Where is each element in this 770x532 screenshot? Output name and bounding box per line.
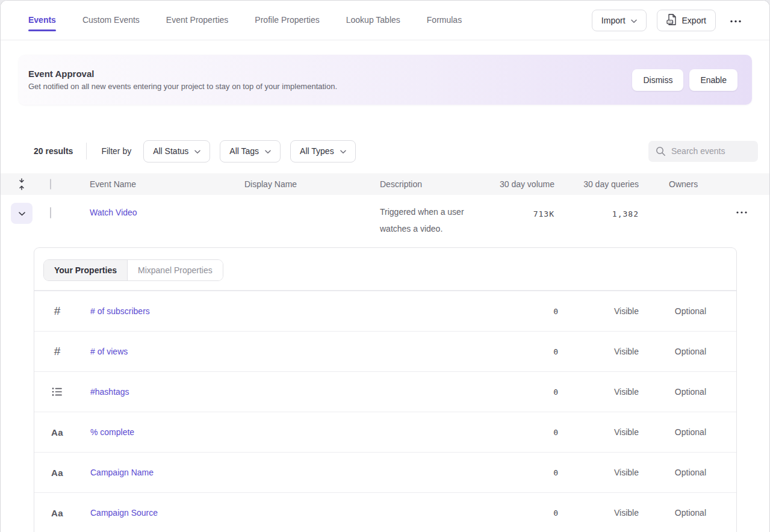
ellipsis-icon <box>736 206 747 215</box>
tab-label: Events <box>28 15 56 25</box>
text-type-icon: Aa <box>51 508 63 518</box>
display-name-cell <box>244 195 380 207</box>
property-visibility: Visible <box>559 427 639 437</box>
tab-mixpanel-properties[interactable]: Mixpanel Properties <box>128 260 223 280</box>
banner-actions: Dismiss Enable <box>632 69 737 91</box>
tab-your-properties[interactable]: Your Properties <box>44 260 128 280</box>
property-name-link[interactable]: # of views <box>90 347 529 356</box>
property-value: 0 <box>529 347 559 356</box>
active-tab-underline <box>28 29 56 31</box>
table-header-row: Event Name Display Name Description 30 d… <box>1 173 769 195</box>
chevron-down-icon <box>340 146 346 156</box>
panel-tabs-area: Your Properties Mixpanel Properties <box>34 248 736 291</box>
column-header-description: Description <box>380 179 494 189</box>
property-row: Aa Campaign Name 0 Visible Optional <box>34 452 736 492</box>
divider <box>86 143 87 159</box>
property-requirement: Optional <box>639 387 706 397</box>
number-type-icon: # <box>51 305 63 318</box>
types-filter-label: All Types <box>300 146 334 156</box>
property-row: #hashtags 0 Visible Optional <box>34 371 736 412</box>
chevron-down-icon <box>631 16 637 25</box>
property-row: # # of views 0 Visible Optional <box>34 331 736 371</box>
column-header-owners: Owners <box>639 179 729 189</box>
status-filter-dropdown[interactable]: All Status <box>143 140 210 162</box>
export-button-label: Export <box>682 16 706 25</box>
property-name-link[interactable]: Campaign Source <box>90 508 529 518</box>
svg-text:csv: csv <box>668 20 672 23</box>
tags-filter-label: All Tags <box>229 146 259 156</box>
banner-description: Get notified on all new events entering … <box>28 82 632 91</box>
property-value: 0 <box>529 509 559 518</box>
filter-by-label: Filter by <box>101 146 131 156</box>
row-more-options-button[interactable] <box>733 204 751 218</box>
tab-formulas[interactable]: Formulas <box>427 1 462 25</box>
property-requirement: Optional <box>639 347 706 356</box>
tab-label: Lookup Tables <box>346 15 400 25</box>
types-filter-dropdown[interactable]: All Types <box>290 140 356 162</box>
property-value: 0 <box>529 307 559 316</box>
top-navigation: Events Custom Events Event Properties Pr… <box>1 1 769 40</box>
tab-label: Event Properties <box>166 15 229 25</box>
export-button[interactable]: csv Export <box>657 10 716 31</box>
event-properties-panel: Your Properties Mixpanel Properties # # … <box>34 247 737 532</box>
row-checkbox[interactable] <box>50 207 51 218</box>
property-visibility: Visible <box>559 347 639 356</box>
property-name-link[interactable]: #hashtags <box>90 387 529 397</box>
column-header-volume: 30 day volume <box>494 179 554 189</box>
queries-value: 1,382 <box>612 209 639 218</box>
chevron-down-icon <box>265 146 271 156</box>
property-name-link[interactable]: # of subscribers <box>90 306 529 316</box>
tab-events[interactable]: Events <box>28 1 56 31</box>
column-header-event-name: Event Name <box>90 179 244 189</box>
banner-title: Event Approval <box>28 69 632 79</box>
table-row: Watch Video Triggered when a user watche… <box>1 195 769 247</box>
import-button-label: Import <box>601 16 626 25</box>
property-value: 0 <box>529 428 559 437</box>
property-name-link[interactable]: % complete <box>90 427 529 437</box>
more-options-button[interactable] <box>726 13 745 27</box>
banner-text: Event Approval Get notified on all new e… <box>28 69 632 91</box>
property-visibility: Visible <box>559 387 639 397</box>
status-filter-label: All Status <box>153 146 188 156</box>
property-requirement: Optional <box>639 508 706 518</box>
tags-filter-dropdown[interactable]: All Tags <box>220 140 281 162</box>
tab-lookup-tables[interactable]: Lookup Tables <box>346 1 400 25</box>
enable-button[interactable]: Enable <box>689 69 737 91</box>
select-all-checkbox[interactable] <box>50 179 51 190</box>
filter-dropdowns: All Status All Tags All Types <box>143 140 355 162</box>
text-type-icon: Aa <box>51 468 63 478</box>
event-approval-banner: Event Approval Get notified on all new e… <box>19 55 752 105</box>
text-type-icon: Aa <box>51 427 63 438</box>
tab-custom-events[interactable]: Custom Events <box>82 1 140 25</box>
property-row: Aa Campaign Source 0 Visible Optional <box>34 492 736 532</box>
search-box <box>648 141 758 162</box>
property-requirement: Optional <box>639 306 706 316</box>
results-count: 20 results <box>34 146 73 156</box>
tab-label: Custom Events <box>82 15 140 25</box>
volume-value: 713K <box>533 209 554 218</box>
property-name-link[interactable]: Campaign Name <box>90 468 529 477</box>
tab-profile-properties[interactable]: Profile Properties <box>255 1 319 25</box>
tab-label: Profile Properties <box>255 15 319 25</box>
properties-tab-group: Your Properties Mixpanel Properties <box>43 259 223 281</box>
csv-file-icon: csv <box>666 14 677 27</box>
lexicon-page: Events Custom Events Event Properties Pr… <box>0 0 770 532</box>
event-name-link[interactable]: Watch Video <box>90 207 137 217</box>
property-row: Aa % complete 0 Visible Optional <box>34 412 736 452</box>
property-visibility: Visible <box>559 306 639 316</box>
row-expander-button[interactable] <box>11 203 33 224</box>
dismiss-button[interactable]: Dismiss <box>632 69 683 91</box>
import-button[interactable]: Import <box>592 10 647 31</box>
column-header-queries: 30 day queries <box>554 179 639 189</box>
chevron-down-icon <box>19 209 25 218</box>
collapse-all-icon[interactable] <box>17 177 27 191</box>
property-row: # # of subscribers 0 Visible Optional <box>34 291 736 331</box>
nav-tabs: Events Custom Events Event Properties Pr… <box>28 1 462 40</box>
owners-cell <box>639 195 729 207</box>
tab-event-properties[interactable]: Event Properties <box>166 1 229 25</box>
property-value: 0 <box>529 468 559 477</box>
nav-actions: Import csv Export <box>592 10 745 31</box>
chevron-down-icon <box>194 146 200 156</box>
property-visibility: Visible <box>559 508 639 518</box>
property-value: 0 <box>529 388 559 397</box>
